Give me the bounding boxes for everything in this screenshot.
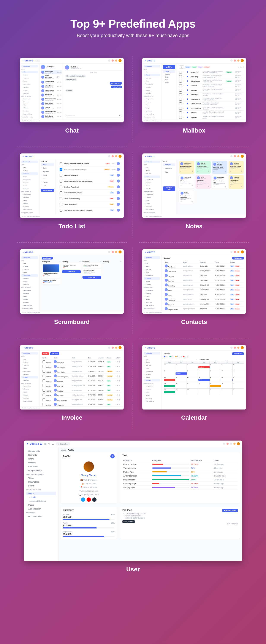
edit-button[interactable]: Edit bbox=[230, 308, 234, 310]
flag-icon[interactable] bbox=[226, 443, 229, 445]
calendar-day[interactable]: 4 bbox=[232, 364, 244, 370]
delete-button[interactable]: Delete bbox=[234, 308, 240, 310]
sidebar-item-account[interactable]: Account Settings bbox=[26, 500, 56, 503]
social-icon[interactable] bbox=[87, 498, 91, 502]
contact-row[interactable]: Xavierxavier@mail.comNew York, USA+1 202… bbox=[164, 288, 244, 292]
create-event-button[interactable]: Create Event bbox=[232, 352, 244, 355]
delete-button[interactable]: Delete bbox=[234, 275, 240, 276]
calendar-day[interactable]: 19 bbox=[164, 382, 175, 388]
contact-row[interactable]: Reginald Brownreginald@mail.comAmsterdam… bbox=[164, 306, 244, 311]
invoice-row[interactable]: #082693 Vincent Carpenter vincent@gmail.… bbox=[42, 374, 121, 378]
invoice-row[interactable]: #081681 Alma Clarke alma@gmail.com25 Jan… bbox=[42, 369, 121, 374]
mail-row[interactable]: ☆ Andy KingPromotion - eiusmod tempor in… bbox=[179, 74, 244, 79]
social-icon[interactable] bbox=[81, 498, 85, 502]
note-card[interactable]: Nia Doe11/02/2020 Receive PackageLorem i… bbox=[196, 161, 211, 174]
next-month-button[interactable]: › bbox=[211, 358, 211, 360]
delete-button[interactable]: Delete bbox=[234, 280, 240, 281]
calendar-day[interactable]: 26 bbox=[164, 388, 175, 395]
avatar[interactable] bbox=[118, 59, 121, 62]
invoice-row[interactable]: #086643 Andy King andyking@gmail.com12 F… bbox=[42, 383, 121, 388]
mail-folder[interactable]: Draft bbox=[163, 76, 175, 78]
calendar-day[interactable]: 25 bbox=[232, 382, 244, 388]
mail-folder[interactable]: Marked bbox=[163, 73, 175, 76]
chat-contact[interactable]: Alma ClarkeHow do you do? 1:44 PM bbox=[41, 80, 62, 84]
new-message-button[interactable]: New Message bbox=[163, 65, 175, 69]
calendar-day[interactable]: 23 bbox=[210, 382, 221, 388]
scrum-card[interactable]: Launch New SEO Wordpress Theme 📅 09 Aug,… bbox=[82, 269, 101, 275]
refresh-button[interactable]: ↻ bbox=[179, 65, 184, 68]
sidebar-item-profile[interactable]: Profile bbox=[26, 496, 56, 499]
contact-row[interactable]: Andy Kingandy@mail.comTokyo, Japan+1 202… bbox=[164, 278, 244, 283]
calendar-day[interactable]: 22 bbox=[198, 382, 209, 388]
social-icon[interactable] bbox=[92, 498, 96, 502]
calendar-grid[interactable]: SunMonTueWedThuFriSat2930311All Day Even… bbox=[164, 361, 244, 395]
todo-item[interactable]: Download Complete Low bbox=[58, 173, 121, 178]
scrum-card[interactable]: Dinner with Kelly Young 📅 08 Aug, 2020 bbox=[82, 264, 101, 268]
note-card[interactable]: Max Smith11/01/2020 Meeting with KellyDu… bbox=[179, 161, 194, 174]
note-card[interactable]: Karena Courtliff11/04/2020 Download Docs… bbox=[212, 161, 227, 174]
chat-contact[interactable]: Sean FreemanHow do you do? 12:09 PM bbox=[41, 74, 62, 80]
contact-row[interactable]: Steven M.steven@mail.comNew York, USA+1 … bbox=[164, 302, 244, 306]
edit-button[interactable]: Edit bbox=[230, 270, 234, 272]
delete-button[interactable]: Delete bbox=[234, 298, 240, 300]
mail-folder[interactable]: Sent bbox=[163, 78, 175, 81]
note-card[interactable]: Victor11/10/2020 Imp Server MaintenanceU… bbox=[196, 175, 211, 189]
todo-item[interactable]: Meeting with Shaun Park at 4:15pm High A… bbox=[58, 161, 121, 166]
todo-item[interactable]: Check Repository High bbox=[58, 202, 121, 207]
mail-row[interactable]: ☆ Iris HubbardPromotion - eiusmod tempor… bbox=[179, 97, 244, 102]
delete-button[interactable]: Delete bbox=[234, 265, 240, 267]
edit-button[interactable]: Edit bbox=[230, 303, 234, 305]
edit-button[interactable]: Edit bbox=[230, 294, 234, 296]
note-card[interactable]: Robert L.11/08/2020 Meeting at 4:50pmExc… bbox=[229, 161, 244, 174]
delete-button[interactable]: Delete bbox=[234, 270, 240, 272]
chat-contact[interactable]: Ernest ReevesHow do you do? 4:09 PM bbox=[41, 97, 62, 102]
scrum-card[interactable]: Plan a trip to another country 📅 bbox=[62, 264, 81, 269]
calendar-day[interactable]: 3 bbox=[221, 364, 232, 370]
mail-row[interactable]: ☆ Ernest ReevesPromotion - consectetur a… bbox=[179, 102, 244, 106]
chat-contact[interactable]: RoxanneHow do you do? 2:09 PM bbox=[41, 93, 62, 97]
delete-button[interactable]: Delete bbox=[234, 294, 240, 296]
chat-contact[interactable]: XavierHow do you do? 4:00 PM bbox=[41, 106, 62, 110]
todo-item[interactable]: Fix issues in new project Low bbox=[58, 190, 121, 195]
delete-button[interactable]: Delete bbox=[42, 352, 49, 355]
bell-icon[interactable] bbox=[115, 60, 117, 62]
calendar-day[interactable]: 17 bbox=[221, 376, 232, 382]
delete-button[interactable]: Delete bbox=[234, 284, 240, 286]
todo-item[interactable]: Check All functionality High bbox=[58, 196, 121, 201]
contact-row[interactable]: Lila Perrylila@mail.comMiami, USA+1 202 … bbox=[164, 273, 244, 278]
chat-contact[interactable]: Dale ButlerHow do you do? 5:09 PM bbox=[41, 114, 62, 119]
contact-row[interactable]: Susansusan@mail.comMiami, USA+1 202 555 … bbox=[164, 292, 244, 297]
avatar[interactable] bbox=[237, 442, 240, 445]
edit-button[interactable]: Edit bbox=[230, 275, 234, 276]
scrum-card[interactable]: Creating a new Portfolio on Dribble 📅 08… bbox=[42, 264, 60, 278]
calendar-day[interactable]: 16 bbox=[210, 376, 221, 382]
calendar-day[interactable]: 9 bbox=[210, 370, 221, 376]
calendar-day[interactable]: 10 bbox=[221, 370, 232, 376]
chat-contact[interactable]: Alan GreenHow do you do? 4:09 PM bbox=[41, 84, 62, 88]
calendar-day[interactable]: 12 bbox=[164, 376, 175, 382]
mail-row[interactable]: ☆ Info CompanyPromotion - Lorem ipsum do… bbox=[179, 106, 244, 110]
calendar-day[interactable]: 24 bbox=[221, 382, 232, 388]
note-card[interactable]: Victor11/13/2020 Research a topic intere… bbox=[179, 190, 194, 204]
invoice-row[interactable]: #086773 Amy Diaz amy@gmail.com13 Feb 202… bbox=[42, 388, 121, 393]
mail-folder[interactable]: Inbox bbox=[163, 70, 175, 73]
invoice-row[interactable]: #084743 Kimi Ran kimi@gmail.com04 Feb 20… bbox=[42, 378, 121, 383]
invoice-row[interactable]: #087916 Nia Hillyer niahillyer@gmail.com… bbox=[42, 393, 121, 398]
prev-month-button[interactable]: ‹ bbox=[196, 358, 197, 360]
contact-row[interactable]: Jesse Coryjesse@mail.comEdinburgh, UK+1 … bbox=[164, 283, 244, 288]
chat-contact[interactable]: Susan PhillipsHow do you do? 9:00 AM bbox=[41, 110, 62, 114]
chat-input[interactable]: Type a message➤ bbox=[65, 114, 122, 118]
note-card[interactable]: Vladimir11/12/2020 Take a hike at a loca… bbox=[229, 175, 244, 189]
calendar-day[interactable]: 11 bbox=[232, 370, 244, 376]
add-task-button[interactable]: + Add Task bbox=[82, 276, 101, 279]
edit-profile-button[interactable]: ✎ bbox=[110, 454, 115, 458]
calendar-day[interactable]: 5 bbox=[164, 370, 175, 376]
calendar-day[interactable]: 7 bbox=[187, 370, 198, 376]
contact-row[interactable]: Alan Greenalan@mail.comBoston, USA+1 202… bbox=[164, 264, 244, 268]
calendar-day[interactable]: 27 bbox=[175, 388, 187, 395]
mail-row[interactable]: ☆ RoxannePromotion - Lorem ipsum dolor s… bbox=[179, 88, 244, 92]
delete-button[interactable]: Delete bbox=[234, 303, 240, 305]
mail-row[interactable]: ☆ Laurie FoxPromotion - Lorem ipsum dolo… bbox=[179, 70, 244, 74]
calendar-day[interactable]: 6Long Event bbox=[175, 370, 187, 376]
edit-button[interactable]: Edit bbox=[230, 289, 234, 291]
